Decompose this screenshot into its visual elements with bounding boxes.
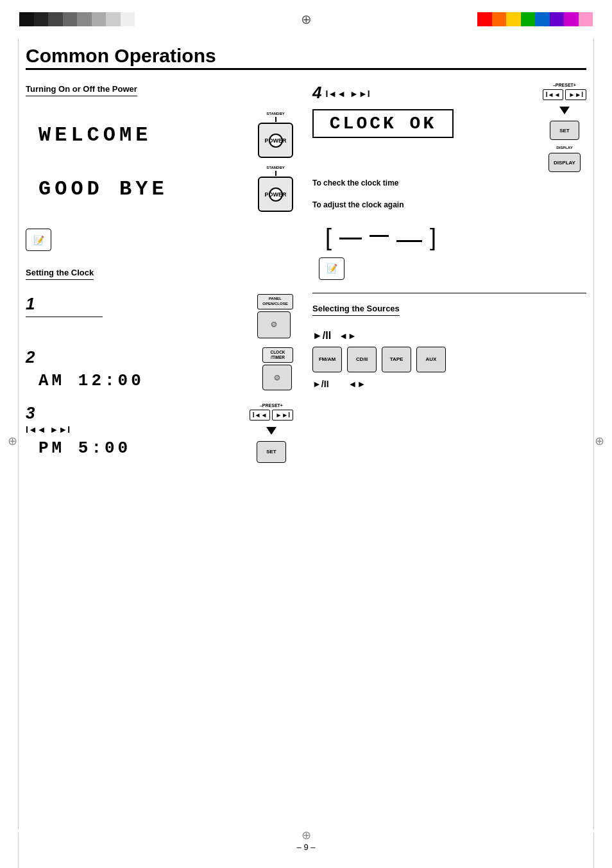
two-column-layout: Turning On or Off the Power WELCOME STAN…	[26, 83, 586, 472]
step3-skip-fwd[interactable]: ►►I	[50, 424, 71, 435]
clock-section: Setting the Clock 1 PANELOPEN/CLOSE 🔘	[26, 266, 293, 463]
step4-number: 4	[312, 83, 321, 103]
sources-play-row: ►/II ◄►	[312, 330, 586, 342]
step4-skip-back[interactable]: I◄◄	[325, 89, 346, 99]
step4-arrow-area	[557, 104, 572, 117]
crosshair-top: ⊕	[301, 12, 312, 27]
crosshair-left: ⊕	[8, 434, 17, 448]
fm-am-button-sketch[interactable]: FM/AM	[312, 347, 342, 372]
left-column: Turning On or Off the Power WELCOME STAN…	[26, 83, 306, 472]
step4-skip-fwd[interactable]: ►►I	[350, 89, 370, 99]
power-off-button-area: STANDBY POWER	[258, 166, 293, 212]
display-button[interactable]: DISPLAY	[548, 153, 581, 172]
notes-icon-row-2	[319, 254, 586, 284]
page-title: Common Operations	[26, 45, 586, 67]
set-button-sketch[interactable]: SET	[257, 441, 286, 463]
notes-icon-2	[319, 257, 344, 280]
step3-skip-back[interactable]: I◄◄	[26, 424, 46, 435]
preset-skip-back[interactable]: I◄◄	[250, 410, 271, 421]
step2-btn-sketch: 🔘	[262, 365, 293, 390]
bottom-margin-left	[18, 833, 19, 868]
notes-row-1	[26, 225, 293, 255]
adjust-clock-row: To adjust the clock again	[312, 200, 586, 209]
power-button-on[interactable]: POWER	[258, 123, 293, 158]
arrow-down-area	[264, 424, 279, 437]
sources-play-pause[interactable]: ►/II	[312, 379, 329, 389]
step1-button-area: PANELOPEN/CLOSE 🔘	[257, 294, 293, 338]
step4-content: 4 I◄◄ ►►I CLOCK OK	[312, 83, 536, 143]
step4-skip-back-btn[interactable]: I◄◄	[543, 89, 564, 100]
goodbye-row: GOOD BYE STANDBY POWER	[26, 166, 293, 212]
dash-2	[370, 235, 389, 237]
sources-section-title: Selecting the Sources	[312, 304, 400, 316]
power-section: Turning On or Off the Power WELCOME STAN…	[26, 83, 293, 255]
sources-section: Selecting the Sources ►/II ◄► FM/AM CD/I…	[312, 302, 586, 389]
power-section-title: Turning On or Off the Power	[26, 84, 137, 96]
bottom-margin-right	[593, 833, 594, 868]
title-underline	[26, 68, 586, 70]
color-strip-left	[19, 12, 135, 26]
sources-control-row: ►/II ◄►	[312, 379, 586, 389]
aux-button-sketch[interactable]: AUX	[416, 347, 446, 372]
dash-group-1	[339, 238, 362, 247]
step4-buttons-area: –PRESET+ I◄◄ ►►I SET DISPLAY	[543, 83, 586, 172]
step2-display: AM 12:00	[38, 371, 256, 390]
display-btn-label: DISPLAY	[556, 146, 572, 150]
step3-skip-row: I◄◄ ►►I	[26, 424, 243, 435]
tune-symbol[interactable]: ◄►	[339, 331, 357, 341]
step1-number: 1	[26, 294, 251, 314]
check-clock-row: To check the clock time	[312, 178, 586, 187]
preset-buttons: I◄◄ ►►I	[250, 410, 293, 421]
clock-step3: 3 I◄◄ ►►I PM 5:00 –PRESET+ I◄◄	[26, 403, 293, 463]
cd-source: CD/II	[347, 347, 377, 372]
step1-underline	[26, 317, 103, 317]
step3-content: 3 I◄◄ ►►I PM 5:00	[26, 403, 243, 462]
right-column: 4 I◄◄ ►►I CLOCK OK –PRESET+	[306, 83, 586, 472]
goodbye-display-area: GOOD BYE	[26, 172, 258, 206]
step2-content: 2 AM 12:00	[26, 347, 256, 394]
source-buttons-row: FM/AM CD/II TAPE	[312, 347, 586, 372]
play-pause-symbol[interactable]: ►/II	[312, 330, 331, 342]
step4-arrow-down-icon	[559, 107, 570, 114]
standby-label-1: STANDBY	[266, 112, 285, 116]
step4-set-btn[interactable]: SET	[550, 121, 579, 140]
page-number: – 9 –	[297, 842, 316, 852]
panel-open-close-button[interactable]: PANELOPEN/CLOSE	[257, 294, 293, 309]
clock-timer-button[interactable]: CLOCK/TIMER	[262, 347, 293, 363]
sources-tune[interactable]: ◄►	[348, 379, 366, 389]
dash-3	[396, 240, 422, 242]
clock-ok-display: CLOCK OK	[312, 109, 454, 138]
step4-row: 4 I◄◄ ►►I CLOCK OK –PRESET+	[312, 83, 586, 172]
tape-source: TAPE	[382, 347, 411, 372]
color-strip-right	[477, 12, 593, 26]
power-on-button-area: STANDBY POWER	[258, 112, 293, 158]
clock-step1: 1 PANELOPEN/CLOSE 🔘	[26, 294, 293, 338]
welcome-display: WELCOME	[38, 123, 258, 147]
step4-skip-fwd-btn[interactable]: ►►I	[565, 89, 586, 100]
power-circle-off: POWER	[269, 187, 283, 202]
dash-group-3	[396, 240, 422, 247]
clock-ok-text: CLOCK OK	[330, 114, 436, 134]
step2-button-area: CLOCK/TIMER 🔘	[262, 347, 293, 391]
step2-number: 2	[26, 347, 256, 367]
arrow-down-icon	[266, 427, 276, 435]
power-button-off[interactable]: POWER	[258, 177, 293, 212]
step3-button-area: –PRESET+ I◄◄ ►►I	[250, 403, 293, 463]
dash-group-2	[370, 235, 389, 247]
margin-line-right	[593, 39, 594, 829]
cd-button-sketch[interactable]: CD/II	[347, 347, 377, 372]
bracket-right: ]	[430, 229, 436, 247]
welcome-display-area: WELCOME	[26, 118, 258, 152]
adjust-clock-text: To adjust the clock again	[312, 200, 586, 209]
standby-label-2: STANDBY	[266, 166, 285, 169]
main-content: Common Operations Turning On or Off the …	[26, 45, 586, 829]
welcome-row: WELCOME STANDBY POWER	[26, 112, 293, 158]
preset-skip-fwd[interactable]: ►►I	[272, 410, 293, 421]
fm-am-source: FM/AM	[312, 347, 342, 372]
step4-preset-buttons: I◄◄ ►►I	[543, 89, 586, 100]
clock-section-title: Setting the Clock	[26, 268, 94, 280]
preset-label: –PRESET+	[260, 403, 283, 408]
crosshair-bottom: ⊕	[302, 828, 311, 842]
tape-button-sketch[interactable]: TAPE	[382, 347, 411, 372]
step3-number: 3	[26, 403, 243, 423]
